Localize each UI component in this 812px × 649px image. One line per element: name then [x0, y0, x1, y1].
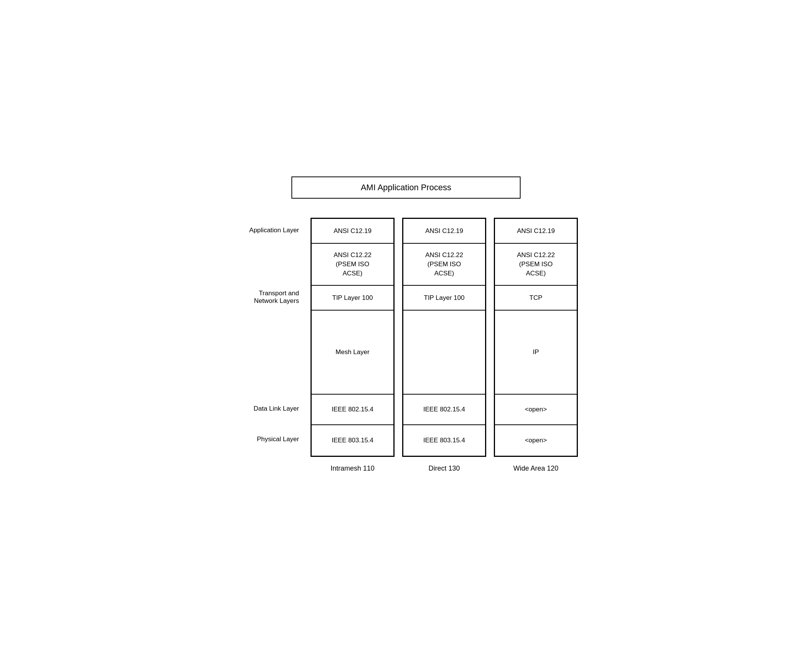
cell-wide-0: ANSI C12.19	[495, 219, 577, 244]
cell-wide-3: IP	[495, 311, 577, 395]
cell-direct-1: ANSI C12.22 (PSEM ISO ACSE)	[403, 244, 485, 286]
cell-wide-2: TCP	[495, 286, 577, 311]
header-title: AMI Application Process	[361, 183, 451, 192]
cell-intramesh-5: IEEE 803.15.4	[312, 425, 393, 456]
label-transport-mesh	[234, 309, 303, 393]
column-label-wide-area: Wide Area 120	[494, 464, 578, 473]
layer-labels: Application Layer Transport and Network …	[234, 218, 311, 455]
label-application: Application Layer	[234, 218, 303, 243]
label-transport-acse	[234, 243, 303, 285]
cell-direct-2: TIP Layer 100	[403, 286, 485, 311]
cell-wide-5: <open>	[495, 425, 577, 456]
label-physical: Physical Layer	[234, 424, 303, 455]
column-direct: ANSI C12.19 ANSI C12.22 (PSEM ISO ACSE) …	[402, 218, 486, 457]
cell-intramesh-3: Mesh Layer	[312, 311, 393, 395]
column-intramesh: ANSI C12.19 ANSI C12.22 (PSEM ISO ACSE) …	[311, 218, 395, 457]
cell-direct-4: IEEE 802.15.4	[403, 395, 485, 425]
column-wide-area: ANSI C12.19 ANSI C12.22 (PSEM ISO ACSE) …	[494, 218, 578, 457]
cell-intramesh-4: IEEE 802.15.4	[312, 395, 393, 425]
diagram-area: Application Layer Transport and Network …	[234, 218, 578, 457]
cell-direct-5: IEEE 803.15.4	[403, 425, 485, 456]
header-box: AMI Application Process	[291, 176, 521, 199]
cell-wide-1: ANSI C12.22 (PSEM ISO ACSE)	[495, 244, 577, 286]
cell-intramesh-0: ANSI C12.19	[312, 219, 393, 244]
label-transport: Transport and Network Layers	[234, 285, 303, 309]
column-label-direct: Direct 130	[402, 464, 486, 473]
label-data-link: Data Link Layer	[234, 393, 303, 424]
cell-direct-3	[403, 311, 485, 395]
columns-container: ANSI C12.19 ANSI C12.22 (PSEM ISO ACSE) …	[311, 218, 578, 457]
column-label-intramesh: Intramesh 110	[311, 464, 395, 473]
page-container: AMI Application Process Application Laye…	[234, 176, 578, 473]
cell-wide-4: <open>	[495, 395, 577, 425]
cell-direct-0: ANSI C12.19	[403, 219, 485, 244]
cell-intramesh-2: TIP Layer 100	[312, 286, 393, 311]
cell-intramesh-1: ANSI C12.22 (PSEM ISO ACSE)	[312, 244, 393, 286]
